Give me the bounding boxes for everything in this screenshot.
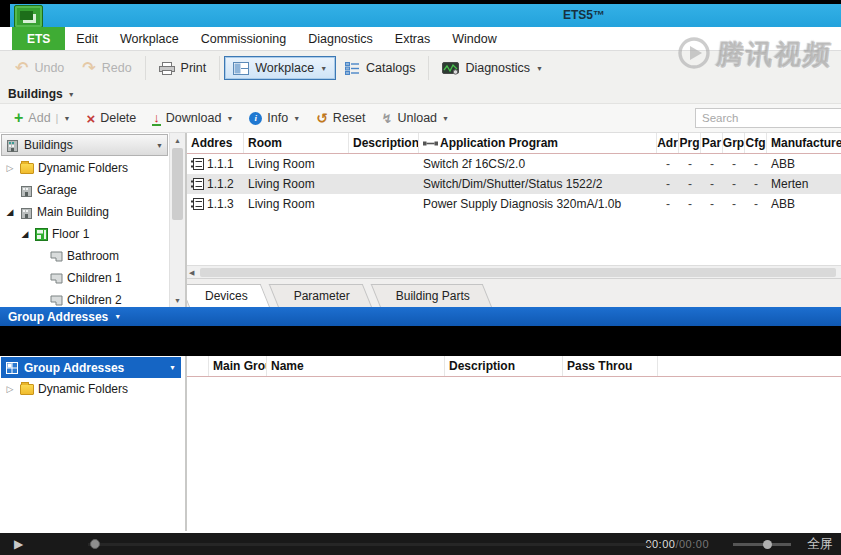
tree-item-garage[interactable]: Garage bbox=[0, 179, 185, 201]
menu-item-diagnostics[interactable]: Diagnostics bbox=[297, 27, 384, 50]
table-row-selected[interactable]: 1.1.2 Living Room Switch/Dim/Shutter/Sta… bbox=[187, 174, 841, 194]
column-header-label: Application Program bbox=[440, 136, 558, 150]
diagnostics-button[interactable]: Diagnostics ▼ bbox=[433, 56, 552, 80]
tab-parameter[interactable]: Parameter bbox=[282, 284, 362, 307]
scroll-down-arrow[interactable]: ▼ bbox=[170, 293, 185, 307]
folder-icon bbox=[20, 384, 34, 395]
menu-item-ets[interactable]: ETS bbox=[12, 27, 65, 50]
cell-application-program: Switch/Dim/Shutter/Status 1522/2 bbox=[419, 174, 657, 194]
workplace-label: Workplace bbox=[255, 61, 314, 75]
scroll-up-arrow[interactable]: ▲ bbox=[170, 133, 185, 147]
window-title: ETS5™ bbox=[563, 8, 605, 22]
tree-item-label: Floor 1 bbox=[52, 227, 89, 241]
volume-knob[interactable] bbox=[763, 540, 772, 549]
tree-item-bathroom[interactable]: Bathroom bbox=[0, 245, 185, 267]
tab-building-parts[interactable]: Building Parts bbox=[384, 284, 482, 307]
column-header-address[interactable]: Addres bbox=[187, 133, 244, 153]
table-row[interactable]: 1.1.3 Living Room Power Supply Diagnosis… bbox=[187, 194, 841, 214]
catalogs-button[interactable]: Catalogs bbox=[336, 56, 424, 80]
column-header-par[interactable]: Par bbox=[701, 133, 723, 153]
column-header-description[interactable]: Description bbox=[349, 133, 419, 153]
unload-button[interactable]: ↯ Unload ▼ bbox=[374, 104, 457, 132]
search-input[interactable] bbox=[695, 108, 841, 128]
vertical-scrollbar[interactable]: ▲ ▼ bbox=[169, 133, 185, 307]
group-addresses-title-label: Group Addresses bbox=[8, 310, 108, 324]
volume-slider[interactable] bbox=[733, 543, 791, 546]
time-total: 00:00 bbox=[679, 538, 709, 550]
expander-collapsed-icon[interactable]: ▷ bbox=[4, 384, 16, 394]
print-button[interactable]: Print bbox=[150, 56, 216, 80]
cell-adr: - bbox=[657, 174, 679, 194]
table-row[interactable]: 1.1.1 Living Room Switch 2f 16CS/2.0 - -… bbox=[187, 154, 841, 174]
group-addresses-table-header: Main Grou Name Description Pass Throu bbox=[187, 356, 841, 377]
scrollbar-thumb[interactable] bbox=[200, 268, 836, 277]
progress-track[interactable] bbox=[88, 543, 651, 546]
column-header-pass-through[interactable]: Pass Throu bbox=[563, 356, 658, 376]
delete-button[interactable]: × Delete bbox=[78, 104, 144, 132]
tree-item-main-building[interactable]: ◢ Main Building bbox=[0, 201, 185, 223]
column-header-name[interactable]: Name bbox=[267, 356, 445, 376]
column-header-cfg[interactable]: Cfg bbox=[745, 133, 767, 153]
cell-description bbox=[349, 174, 419, 194]
group-addresses-panel-title[interactable]: Group Addresses ▼ bbox=[0, 307, 841, 326]
cell-room: Living Room bbox=[244, 174, 349, 194]
device-icon bbox=[191, 178, 204, 190]
tab-label: Devices bbox=[193, 284, 260, 307]
scrollbar-thumb[interactable] bbox=[172, 148, 183, 220]
cell-adr: - bbox=[657, 154, 679, 174]
tab-devices[interactable]: Devices bbox=[193, 284, 260, 307]
menu-item-commissioning[interactable]: Commissioning bbox=[190, 27, 297, 50]
workplace-button[interactable]: Workplace ▼ bbox=[224, 56, 336, 80]
menu-item-extras[interactable]: Extras bbox=[384, 27, 441, 50]
devices-table-header: Addres Room Description Application Prog… bbox=[187, 133, 841, 154]
tree-item-children-2[interactable]: Children 2 bbox=[0, 289, 185, 307]
fullscreen-button[interactable]: 全屏 bbox=[807, 535, 833, 553]
cell-prg: - bbox=[679, 194, 701, 214]
connection-icon bbox=[423, 139, 438, 148]
redo-button[interactable]: ↷ Redo bbox=[73, 55, 140, 81]
unload-icon: ↯ bbox=[382, 112, 393, 125]
expander-collapsed-icon[interactable]: ▷ bbox=[4, 163, 16, 173]
column-header-adr[interactable]: Adr bbox=[657, 133, 679, 153]
chevron-down-icon: ▼ bbox=[293, 115, 300, 122]
menu-item-edit[interactable]: Edit bbox=[65, 27, 109, 50]
menu-bar: ETS Edit Workplace Commissioning Diagnos… bbox=[0, 27, 841, 50]
tree-item-dynamic-folders[interactable]: ▷ Dynamic Folders bbox=[0, 157, 185, 179]
add-button[interactable]: + Add | ▼ bbox=[6, 104, 78, 132]
column-header-main-group[interactable]: Main Grou bbox=[209, 356, 267, 376]
progress-handle[interactable] bbox=[90, 539, 100, 549]
column-header-grp[interactable]: Grp bbox=[723, 133, 745, 153]
building-icon bbox=[20, 184, 33, 197]
cell-application-program: Switch 2f 16CS/2.0 bbox=[419, 154, 657, 174]
play-button[interactable]: ▶ bbox=[14, 538, 23, 550]
column-header-prg[interactable]: Prg bbox=[679, 133, 701, 153]
menu-item-window[interactable]: Window bbox=[441, 27, 507, 50]
main-toolbar: ↶ Undo ↷ Redo Print Workplace ▼ Catalogs… bbox=[0, 50, 841, 85]
tree-item-label: Children 1 bbox=[67, 271, 122, 285]
devices-table-panel: Addres Room Description Application Prog… bbox=[187, 133, 841, 307]
cell-par: - bbox=[701, 154, 723, 174]
ga-tree-item-dynamic-folders[interactable]: ▷ Dynamic Folders bbox=[0, 378, 185, 400]
horizontal-scrollbar[interactable]: ◀ bbox=[187, 265, 841, 279]
buildings-panel-title[interactable]: Buildings ▼ bbox=[0, 85, 841, 103]
buildings-tree-header[interactable]: Buildings ▼ bbox=[1, 134, 168, 156]
undo-button[interactable]: ↶ Undo bbox=[6, 55, 73, 81]
reset-button[interactable]: ↺ Reset bbox=[308, 104, 373, 132]
column-header-application-program[interactable]: Application Program bbox=[419, 133, 657, 153]
expander-expanded-icon[interactable]: ◢ bbox=[4, 207, 16, 217]
download-button[interactable]: ↓ Download ▼ bbox=[144, 104, 241, 132]
info-button[interactable]: i Info ▼ bbox=[241, 104, 308, 132]
column-header-filler bbox=[658, 356, 841, 376]
column-header-room[interactable]: Room bbox=[244, 133, 349, 153]
tree-item-children-1[interactable]: Children 1 bbox=[0, 267, 185, 289]
cell-description bbox=[349, 154, 419, 174]
column-header-manufacturer[interactable]: Manufacturer bbox=[767, 133, 841, 153]
cell-cfg: - bbox=[745, 194, 767, 214]
tree-item-floor-1[interactable]: ◢ Floor 1 bbox=[0, 223, 185, 245]
cell-manufacturer: ABB bbox=[767, 154, 841, 174]
expander-expanded-icon[interactable]: ◢ bbox=[19, 229, 31, 239]
chevron-down-icon: ▼ bbox=[63, 115, 70, 122]
column-header-description[interactable]: Description bbox=[445, 356, 563, 376]
menu-item-workplace[interactable]: Workplace bbox=[109, 27, 190, 50]
group-addresses-tree-root[interactable]: Group Addresses ▼ bbox=[1, 357, 181, 378]
